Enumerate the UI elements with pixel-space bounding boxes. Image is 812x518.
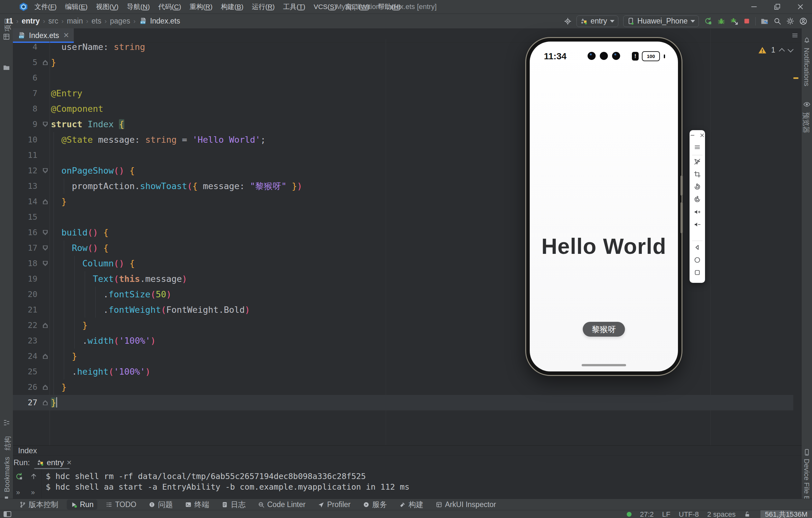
locate-icon[interactable] — [564, 18, 572, 25]
run-config-selector[interactable]: entry — [576, 16, 618, 27]
code-line-12[interactable]: onPageShow() { — [51, 163, 135, 179]
device-screen[interactable]: 11:34 ! 100 Hello World 黎猴呀 — [530, 41, 678, 371]
code-line-27[interactable]: } — [51, 395, 57, 410]
fold-marker[interactable] — [43, 122, 48, 127]
debug-button[interactable] — [717, 17, 725, 25]
fold-marker[interactable] — [43, 245, 48, 251]
chevron-up-icon[interactable] — [779, 48, 785, 54]
scrollbar-warning-mark[interactable] — [793, 77, 799, 79]
menu-icon[interactable] — [693, 143, 701, 151]
code-line-19[interactable]: Text(this.message) — [51, 271, 187, 287]
restore-button[interactable] — [765, 0, 789, 13]
rerun-icon[interactable] — [15, 472, 24, 481]
volume-down-icon[interactable] — [693, 221, 701, 228]
line-ending[interactable]: LF — [662, 510, 671, 518]
code-line-23[interactable]: .width('100%') — [51, 333, 156, 348]
stop-button[interactable] — [743, 18, 750, 25]
expand-chevrons[interactable]: » — [16, 488, 20, 497]
code-line-14[interactable]: } — [51, 194, 67, 209]
tab-options-icon[interactable] — [791, 32, 799, 39]
tool-window-版本控制[interactable]: 版本控制 — [16, 499, 62, 510]
project-structure-icon[interactable] — [760, 17, 768, 25]
code-line-24[interactable]: } — [51, 348, 77, 364]
lock-icon[interactable] — [744, 511, 751, 518]
device-selector[interactable]: Huawei_Phone — [623, 16, 699, 27]
code-line-4[interactable]: userName: string — [51, 39, 145, 55]
menu-文件(F)[interactable]: 文件(F) — [30, 0, 61, 13]
tool-window-TODO[interactable]: TODO — [102, 500, 140, 510]
back-icon[interactable] — [693, 244, 701, 251]
code-line-10[interactable]: @State message: string = 'Hello World'; — [51, 132, 266, 148]
code-line-20[interactable]: .fontSize(50) — [51, 287, 171, 302]
code-line-17[interactable]: Row() { — [51, 240, 109, 256]
caret-position[interactable]: 27:2 — [640, 510, 654, 518]
bell-icon[interactable] — [803, 36, 811, 44]
tool-window-终端[interactable]: 终端 — [181, 499, 213, 510]
attach-debugger-button[interactable] — [730, 17, 738, 25]
code-line-13[interactable]: promptAction.showToast({ message: "黎猴呀" … — [51, 179, 302, 194]
sidebar-item-bookmarks[interactable]: Bookmarks — [3, 457, 11, 492]
rerun-button[interactable] — [704, 17, 713, 26]
tool-window-构建[interactable]: 构建 — [395, 499, 427, 510]
tool-window-日志[interactable]: 日志 — [218, 499, 250, 510]
project-tool-icon[interactable] — [3, 33, 10, 40]
breadcrumb-src[interactable]: src — [48, 17, 58, 26]
menu-代码(C)[interactable]: 代码(C) — [154, 0, 185, 13]
close-icon[interactable] — [699, 132, 705, 138]
crop-icon[interactable] — [693, 171, 701, 178]
tool-window-服务[interactable]: 服务 — [359, 499, 391, 510]
encoding[interactable]: UTF-8 — [679, 510, 699, 518]
tool-window-toggle-icon[interactable] — [3, 511, 11, 518]
recents-icon[interactable] — [693, 269, 701, 276]
memory-indicator[interactable]: 561,共1536M — [760, 510, 812, 518]
fold-marker[interactable] — [43, 60, 48, 65]
sidebar-item-project[interactable]: 项目 — [3, 18, 12, 32]
code-line-9[interactable]: struct Index { — [51, 117, 124, 132]
run-tab-entry[interactable]: entry ✕ — [34, 456, 75, 469]
up-arrow-icon[interactable] — [30, 472, 38, 480]
menu-编辑(E)[interactable]: 编辑(E) — [61, 0, 92, 13]
menu-运行(R)[interactable]: 运行(R) — [248, 0, 279, 13]
pointer-off-icon[interactable] — [693, 158, 701, 165]
menu-工具(T)[interactable]: 工具(T) — [279, 0, 310, 13]
minimize-button[interactable] — [743, 0, 765, 13]
fold-marker[interactable] — [43, 199, 48, 204]
code-line-22[interactable]: } — [51, 317, 88, 333]
sidebar-item-previewer[interactable]: 预览器 — [801, 112, 811, 133]
code-line-25[interactable]: .height('100%') — [51, 364, 150, 379]
home-indicator[interactable] — [582, 364, 626, 366]
rotate-right-icon[interactable] — [693, 195, 701, 203]
chevron-down-icon[interactable] — [787, 47, 793, 52]
home-icon[interactable] — [693, 256, 701, 264]
code-line-8[interactable]: @Component — [51, 101, 104, 117]
close-icon[interactable]: ✕ — [66, 459, 72, 466]
folder-icon[interactable] — [3, 64, 10, 71]
close-icon[interactable]: ✕ — [63, 31, 69, 40]
expand-chevrons[interactable]: » — [31, 488, 35, 497]
gear-icon[interactable] — [786, 17, 794, 25]
sidebar-item-structure[interactable]: 结构 — [3, 436, 12, 450]
fold-marker[interactable] — [43, 323, 48, 328]
structure-icon[interactable] — [3, 419, 10, 427]
rotate-left-icon[interactable] — [693, 183, 701, 191]
code-line-16[interactable]: build() { — [51, 225, 109, 240]
breadcrumb-ets[interactable]: ets — [91, 17, 102, 26]
volume-up-icon[interactable] — [693, 208, 701, 216]
menu-导航(N)[interactable]: 导航(N) — [123, 0, 154, 13]
sidebar-item-notifications[interactable]: Notifications — [802, 48, 811, 86]
fold-marker[interactable] — [43, 354, 48, 359]
code-line-21[interactable]: .fontWeight(FontWeight.Bold) — [51, 302, 250, 317]
breadcrumb-entry[interactable]: entry — [22, 17, 40, 26]
breadcrumb-main[interactable]: main — [67, 17, 83, 26]
fold-marker[interactable] — [43, 261, 48, 266]
menu-视图(V)[interactable]: 视图(V) — [92, 0, 123, 13]
menu-重构(R)[interactable]: 重构(R) — [185, 0, 216, 13]
breadcrumb-file[interactable]: ETSIndex.ets — [139, 17, 180, 26]
editor-splitter[interactable] — [710, 29, 710, 445]
tool-window-问题[interactable]: 问题 — [145, 499, 177, 510]
breadcrumb-pages[interactable]: pages — [110, 17, 130, 26]
code-line-5[interactable]: } — [51, 55, 56, 70]
close-button[interactable] — [789, 0, 812, 13]
search-icon[interactable] — [773, 17, 781, 25]
fold-marker[interactable] — [43, 168, 48, 173]
